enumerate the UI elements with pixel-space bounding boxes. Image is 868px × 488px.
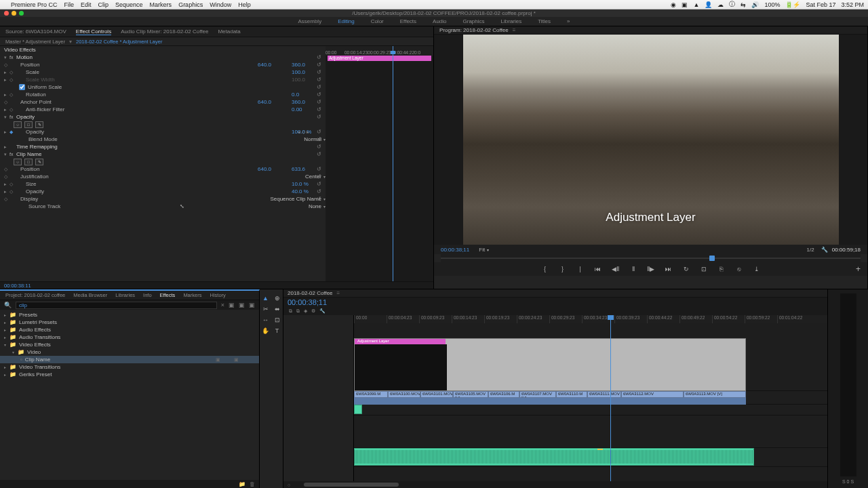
reset-icon[interactable]: ↺ bbox=[317, 166, 321, 172]
menu-window[interactable]: Window bbox=[210, 1, 231, 8]
menu-clip[interactable]: Clip bbox=[98, 1, 109, 8]
source-track-dropdown[interactable]: None bbox=[309, 203, 326, 209]
twisty[interactable]: ▾ bbox=[4, 55, 9, 60]
menu-app[interactable]: Premiere Pro CC bbox=[11, 1, 58, 8]
tree-audio-trans[interactable]: ▸📁Audio Transitions bbox=[0, 333, 259, 341]
status-icon[interactable]: ◉ bbox=[671, 1, 676, 8]
mark-in-icon[interactable]: { bbox=[540, 266, 550, 272]
ec-mini-timeline[interactable]: 00:00 00:00:14:23 00:00:29:23 00:00:44:2… bbox=[326, 46, 433, 281]
tree-video[interactable]: ▾📁Video bbox=[0, 348, 259, 356]
razor-tool[interactable]: ⬌ bbox=[273, 304, 282, 314]
clip-adjustment-layer[interactable]: Adjustment Layer bbox=[354, 338, 746, 391]
wrench-icon[interactable]: 🔧 bbox=[821, 247, 828, 253]
cn-pos-x[interactable]: 640.0 bbox=[258, 166, 292, 172]
tab-audio-mixer[interactable]: Audio Clip Mixer: 2018-02-02 Coffee bbox=[121, 28, 208, 35]
clip-v1-1[interactable]: 6W0A3100.MOV bbox=[388, 391, 420, 398]
tab-source[interactable]: Source: 6W0A3104.MOV bbox=[5, 28, 66, 35]
marker-icon[interactable]: | bbox=[576, 266, 585, 272]
pen-tool[interactable]: ⊡ bbox=[273, 315, 282, 325]
sequence-name[interactable]: 2018-02-02 Coffee bbox=[288, 290, 333, 296]
mark-out-icon[interactable]: } bbox=[558, 266, 568, 272]
tab-markers[interactable]: Markers bbox=[183, 292, 201, 298]
step-back-icon[interactable]: ◀Ⅱ bbox=[611, 266, 620, 272]
timeline-scrollbar[interactable]: ○ bbox=[283, 481, 827, 488]
close-window[interactable] bbox=[4, 11, 9, 16]
clip-v1-9[interactable]: 6W0A3113.MOV [V] bbox=[684, 391, 746, 398]
settings-icon[interactable]: ⚙ bbox=[311, 308, 315, 314]
workspace-assembly[interactable]: Assembly bbox=[298, 18, 321, 24]
reset-icon[interactable]: ↺ bbox=[317, 69, 321, 75]
clip-v1-3[interactable]: 6W0A3105.MOV [V] bbox=[453, 391, 488, 398]
workspace-titles[interactable]: Titles bbox=[538, 18, 551, 24]
reset-icon[interactable]: ↺ bbox=[317, 77, 321, 83]
snap-icon[interactable]: ⧉ bbox=[289, 308, 292, 314]
ec-clip-link[interactable]: 2018-02-02 Coffee * Adjustment Layer bbox=[76, 39, 162, 45]
clip-v1-7[interactable]: 6W0A3111.MOV bbox=[587, 391, 621, 398]
twisty[interactable]: ▸ bbox=[4, 70, 9, 75]
stopwatch-icon[interactable]: ◇ bbox=[4, 62, 11, 68]
menu-edit[interactable]: Edit bbox=[81, 1, 92, 8]
slip-tool[interactable]: ↔ bbox=[261, 315, 271, 325]
ripple-tool[interactable]: ✂ bbox=[261, 304, 271, 314]
export-frame-icon[interactable]: ⎘ bbox=[717, 266, 726, 272]
resolution-dropdown[interactable]: 1/2 bbox=[807, 247, 814, 253]
reset-icon[interactable]: ↺ bbox=[317, 84, 321, 90]
tab-history[interactable]: History bbox=[210, 292, 225, 298]
user-icon[interactable]: 👤 bbox=[705, 1, 712, 8]
wrench-icon[interactable]: 🔧 bbox=[319, 308, 326, 314]
menu-help[interactable]: Help bbox=[238, 1, 251, 8]
blend-mode-dropdown[interactable]: Normal bbox=[304, 136, 326, 142]
opacity-effect[interactable]: Opacity bbox=[16, 114, 326, 120]
workspace-graphics[interactable]: Graphics bbox=[463, 18, 485, 24]
workspace-color[interactable]: Color bbox=[371, 18, 384, 24]
extract-icon[interactable]: ⤓ bbox=[752, 266, 762, 272]
reset-icon[interactable]: ↺ bbox=[317, 129, 321, 135]
go-to-in-icon[interactable]: ⏮ bbox=[593, 266, 603, 272]
tab-metadata[interactable]: Metadata bbox=[218, 28, 240, 35]
reset-icon[interactable]: ↺ bbox=[317, 174, 321, 180]
justification-dropdown[interactable]: Center bbox=[305, 174, 326, 180]
loop-icon[interactable]: ↻ bbox=[682, 266, 691, 272]
tab-effect-controls[interactable]: Effect Controls bbox=[76, 28, 111, 35]
menu-graphics[interactable]: Graphics bbox=[178, 1, 203, 8]
date[interactable]: Sat Feb 17 bbox=[806, 1, 835, 8]
reset-icon[interactable]: ↺ bbox=[317, 114, 321, 120]
reset-icon[interactable]: ↺ bbox=[317, 106, 321, 113]
mask-pen[interactable]: ✎ bbox=[35, 121, 43, 128]
play-icon[interactable]: Ⅱ bbox=[629, 266, 638, 272]
tab-media-browser[interactable]: Media Browser bbox=[73, 292, 107, 298]
menu-file[interactable]: File bbox=[64, 1, 75, 8]
motion-effect[interactable]: Motion bbox=[16, 54, 326, 60]
hand-tool[interactable]: ✋ bbox=[261, 326, 271, 336]
time[interactable]: 3:52 PM bbox=[841, 1, 864, 8]
playhead[interactable] bbox=[709, 256, 715, 261]
go-to-out-icon[interactable]: ⏭ bbox=[664, 266, 673, 272]
clip-v1-8[interactable]: 6W0A3112.MOV bbox=[621, 391, 684, 398]
menu-sequence[interactable]: Sequence bbox=[115, 1, 143, 8]
timeline-playhead[interactable] bbox=[610, 315, 611, 481]
mask-ellipse[interactable]: ○ bbox=[14, 159, 22, 165]
track-select-tool[interactable]: ⊕ bbox=[273, 293, 282, 303]
timeline-ruler[interactable]: 00:0000:00:04:2300:00:09:2300:00:14:2300… bbox=[354, 315, 827, 323]
tree-presets[interactable]: ▸📁Presets bbox=[0, 311, 259, 319]
mask-pen[interactable]: ✎ bbox=[35, 159, 43, 165]
status-icon[interactable]: ▲ bbox=[693, 1, 699, 8]
tab-effects[interactable]: Effects bbox=[160, 292, 176, 298]
effects-search-input[interactable] bbox=[16, 302, 217, 309]
clip-v1-6[interactable]: 6W0A3110.M bbox=[556, 391, 587, 398]
mask-rect[interactable]: □ bbox=[24, 121, 33, 128]
tab-libraries[interactable]: Libraries bbox=[115, 292, 135, 298]
workspace-audio[interactable]: Audio bbox=[433, 18, 446, 24]
type-tool[interactable]: T bbox=[273, 326, 282, 336]
tree-video-fx[interactable]: ▾📁Video Effects bbox=[0, 341, 259, 348]
workspace-libraries[interactable]: Libraries bbox=[501, 18, 522, 24]
reset-icon[interactable]: ↺ bbox=[317, 188, 321, 195]
workspace-overflow[interactable]: » bbox=[567, 18, 570, 24]
tab-project[interactable]: Project: 2018-02-02 coffee bbox=[5, 292, 65, 298]
volume-icon[interactable]: 🔊 bbox=[751, 1, 759, 8]
workspace-editing[interactable]: Editing bbox=[338, 18, 354, 24]
minimize-window[interactable] bbox=[12, 11, 16, 16]
program-viewer[interactable]: Adjustment Layer bbox=[463, 35, 839, 245]
accel-badge-icon[interactable]: ▣ bbox=[229, 302, 235, 308]
linked-sel-icon[interactable]: ⧉ bbox=[296, 308, 300, 314]
